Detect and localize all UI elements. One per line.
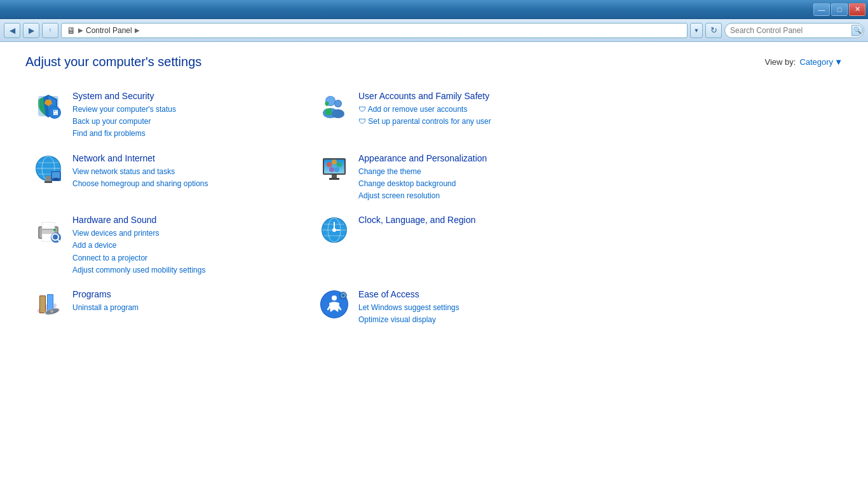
- user-accounts-icon: [319, 91, 349, 121]
- svg-point-28: [332, 159, 337, 165]
- page-title: Adjust your computer's settings: [25, 55, 201, 69]
- programs-title[interactable]: Programs: [72, 289, 304, 299]
- programs-text: Programs Uninstall a program: [72, 289, 304, 314]
- system-security-link-1[interactable]: Review your computer's status: [72, 104, 304, 116]
- user-accounts-link-1[interactable]: 🛡 Add or remove user accounts: [358, 104, 590, 116]
- network-internet-icon: [33, 153, 64, 184]
- hardware-sound-link-2[interactable]: Add a device: [72, 240, 304, 252]
- system-security-text: System and Security Review your computer…: [72, 91, 304, 140]
- svg-point-10: [332, 109, 344, 118]
- svg-point-39: [53, 229, 56, 231]
- page-header: Adjust your computer's settings View by:…: [25, 55, 843, 69]
- network-internet-link-1[interactable]: View network status and tasks: [72, 166, 304, 178]
- svg-rect-23: [53, 179, 59, 180]
- svg-point-68: [339, 292, 347, 299]
- search-button[interactable]: 🔍: [851, 25, 863, 36]
- path-label: Control Panel: [86, 26, 132, 35]
- svg-point-9: [335, 100, 341, 107]
- network-internet-text: Network and Internet View network status…: [72, 153, 304, 190]
- view-by-value: Category: [799, 57, 833, 67]
- programs-link-1[interactable]: Uninstall a program: [72, 302, 304, 314]
- svg-point-65: [332, 295, 337, 301]
- view-by: View by: Category ▼: [764, 57, 843, 67]
- svg-rect-11: [325, 109, 332, 115]
- path-arrow: ▶: [135, 27, 140, 34]
- refresh-button[interactable]: ↻: [705, 23, 722, 38]
- svg-point-30: [334, 167, 339, 172]
- category-programs[interactable]: Programs Uninstall a program: [25, 283, 311, 332]
- hardware-sound-icon: [33, 215, 64, 245]
- category-system-security[interactable]: 🖥 System and Security Review your comput…: [25, 85, 311, 147]
- view-by-dropdown[interactable]: Category ▼: [799, 57, 843, 67]
- appearance-title[interactable]: Appearance and Personalization: [358, 153, 590, 163]
- user-accounts-title[interactable]: User Accounts and Family Safety: [358, 91, 590, 101]
- appearance-text: Appearance and Personalization Change th…: [358, 153, 590, 203]
- close-button[interactable]: ✕: [849, 3, 865, 16]
- category-hardware-sound[interactable]: Hardware and Sound View devices and prin…: [25, 208, 311, 283]
- maximize-button[interactable]: □: [831, 3, 848, 16]
- back-button[interactable]: ◀: [4, 23, 20, 38]
- clock-language-icon: [319, 215, 349, 245]
- system-security-icon: 🖥: [33, 91, 64, 121]
- category-network-internet[interactable]: Network and Internet View network status…: [25, 147, 311, 209]
- ease-of-access-icon: [319, 289, 349, 320]
- title-bar: — □ ✕: [0, 0, 868, 19]
- ease-of-access-title[interactable]: Ease of Access: [358, 289, 590, 299]
- svg-point-31: [329, 167, 334, 172]
- appearance-link-2[interactable]: Change desktop background: [358, 178, 590, 190]
- appearance-icon: [319, 153, 349, 184]
- appearance-link-3[interactable]: Adjust screen resolution: [358, 190, 590, 202]
- hardware-sound-title[interactable]: Hardware and Sound: [72, 215, 304, 225]
- category-clock-language[interactable]: Clock, Language, and Region: [311, 208, 597, 283]
- categories-grid: 🖥 System and Security Review your comput…: [25, 85, 597, 332]
- ease-of-access-text: Ease of Access Let Windows suggest setti…: [358, 289, 590, 326]
- hardware-sound-link-3[interactable]: Connect to a projector: [72, 252, 304, 264]
- category-user-accounts[interactable]: User Accounts and Family Safety 🛡 Add or…: [311, 85, 597, 147]
- system-security-link-2[interactable]: Back up your computer: [72, 116, 304, 128]
- network-internet-title[interactable]: Network and Internet: [72, 153, 304, 163]
- address-dropdown-button[interactable]: ▼: [690, 23, 703, 38]
- svg-rect-19: [44, 181, 52, 183]
- hardware-sound-link-4[interactable]: Adjust commonly used mobility settings: [72, 264, 304, 276]
- hardware-sound-link-1[interactable]: View devices and printers: [72, 227, 304, 240]
- hardware-sound-text: Hardware and Sound View devices and prin…: [72, 215, 304, 276]
- category-appearance[interactable]: Appearance and Personalization Change th…: [311, 147, 597, 209]
- address-bar: ◀ ▶ ↑ 🖥 ▶ Control Panel ▶ ▼ ↻ 🔍: [0, 19, 868, 42]
- ease-of-access-link-1[interactable]: Let Windows suggest settings: [358, 302, 590, 314]
- address-path[interactable]: 🖥 ▶ Control Panel ▶: [61, 23, 688, 38]
- programs-icon: [33, 289, 64, 320]
- up-button[interactable]: ↑: [42, 23, 58, 38]
- category-ease-of-access[interactable]: Ease of Access Let Windows suggest setti…: [311, 283, 597, 332]
- svg-point-62: [50, 310, 53, 313]
- user-accounts-text: User Accounts and Family Safety 🛡 Add or…: [358, 91, 590, 128]
- ease-of-access-link-2[interactable]: Optimize visual display: [358, 314, 590, 326]
- svg-rect-22: [54, 178, 58, 179]
- system-security-link-3[interactable]: Find and fix problems: [72, 128, 304, 140]
- user-accounts-link-2[interactable]: 🛡 Set up parental controls for any user: [358, 116, 590, 128]
- minimize-button[interactable]: —: [813, 3, 830, 16]
- svg-rect-21: [52, 172, 60, 178]
- svg-point-29: [337, 162, 342, 167]
- system-security-title[interactable]: System and Security: [72, 91, 304, 101]
- search-box: 🔍: [724, 23, 864, 38]
- title-bar-buttons: — □ ✕: [813, 3, 865, 16]
- view-by-label: View by:: [764, 57, 796, 67]
- path-separator: ▶: [78, 27, 83, 34]
- view-by-arrow: ▼: [834, 57, 843, 67]
- svg-rect-37: [42, 222, 55, 229]
- svg-rect-32: [332, 175, 337, 178]
- search-input[interactable]: [730, 26, 849, 35]
- clock-language-text: Clock, Language, and Region: [358, 215, 590, 227]
- path-icon: 🖥: [67, 25, 76, 36]
- main-content: Adjust your computer's settings View by:…: [0, 42, 868, 488]
- svg-point-27: [327, 162, 332, 167]
- forward-button[interactable]: ▶: [23, 23, 39, 38]
- clock-language-title[interactable]: Clock, Language, and Region: [358, 215, 590, 225]
- svg-text:🖥: 🖥: [51, 109, 58, 116]
- network-internet-link-2[interactable]: Choose homegroup and sharing options: [72, 178, 304, 190]
- svg-rect-54: [40, 296, 45, 313]
- svg-rect-33: [329, 178, 339, 180]
- appearance-link-1[interactable]: Change the theme: [358, 166, 590, 178]
